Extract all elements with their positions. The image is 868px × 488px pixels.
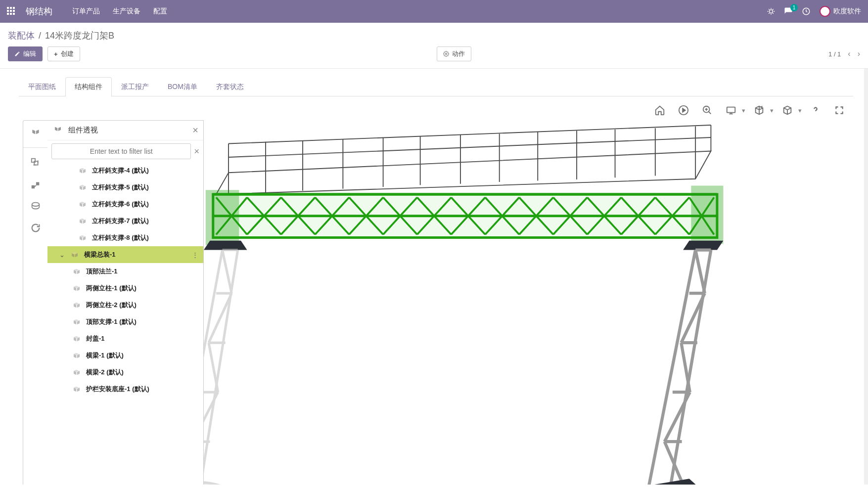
tree-part-node[interactable]: 立杆斜支撑-4 (默认) <box>47 162 203 179</box>
pager-prev[interactable]: ‹ <box>848 49 850 58</box>
tab-bar: 平面图纸 结构组件 派工报产 BOM清单 齐套状态 <box>19 77 853 96</box>
tree-part-node[interactable]: 顶部支撑-1 (默认) <box>47 313 203 330</box>
app-brand: 钢结构 <box>26 5 52 17</box>
node-label: 立杆斜支撑-5 (默认) <box>92 183 149 192</box>
tab-dispatch-report[interactable]: 派工报产 <box>112 77 158 96</box>
viewer-area: 组件透视 × × 立杆斜支撑-4 (默认)立杆斜支撑-5 (默认)立杆斜支撑-6… <box>19 120 853 485</box>
action-dropdown[interactable]: 动作 <box>437 46 471 61</box>
layers-icon[interactable] <box>27 197 45 215</box>
tree-part-node[interactable]: 顶部法兰-1 <box>47 263 203 280</box>
node-label: 立杆斜支撑-8 (默认) <box>92 233 149 242</box>
node-label: 横梁-1 (默认) <box>86 351 124 360</box>
display-mode-icon[interactable] <box>721 100 741 120</box>
panel-title: 组件透视 <box>68 126 187 135</box>
svg-rect-9 <box>36 182 39 185</box>
component-tree-panel: 组件透视 × × 立杆斜支撑-4 (默认)立杆斜支撑-5 (默认)立杆斜支撑-6… <box>47 120 204 485</box>
kebab-icon[interactable]: ⋮ <box>192 251 198 259</box>
top-nav: 钢结构 订单产品 生产设备 配置 1 欧度软件 <box>0 0 868 23</box>
tree-part-node[interactable]: 立杆斜支撑-5 (默认) <box>47 179 203 196</box>
node-label: 两侧立柱-1 (默认) <box>86 284 137 293</box>
expand-toggle-icon[interactable]: ⌄ <box>58 251 65 259</box>
rotate-icon[interactable] <box>27 219 45 237</box>
svg-point-11 <box>204 482 223 485</box>
node-label: 顶部法兰-1 <box>86 267 118 276</box>
zoom-icon[interactable] <box>697 100 717 120</box>
svg-point-0 <box>770 10 773 13</box>
messages-icon[interactable]: 1 <box>784 7 793 16</box>
tree-part-node[interactable]: 两侧立柱-2 (默认) <box>47 297 203 313</box>
pager-next[interactable]: › <box>858 49 860 58</box>
tree-part-node[interactable]: 两侧立柱-1 (默认) <box>47 280 203 297</box>
viewer-toolbar: ▾ ▾ ▾ <box>19 96 853 120</box>
node-label: 横梁-2 (默认) <box>86 368 124 377</box>
menu-production-equipment[interactable]: 生产设备 <box>113 7 140 16</box>
viewer-dock <box>23 120 47 485</box>
chevron-down-icon[interactable]: ▾ <box>770 107 774 114</box>
chevron-down-icon[interactable]: ▾ <box>798 107 802 114</box>
tree-panel-icon[interactable] <box>27 124 45 141</box>
tab-kitting-status[interactable]: 齐套状态 <box>207 77 253 96</box>
box-mode-icon[interactable] <box>777 100 797 120</box>
breadcrumb: 装配体 / 14米跨度龙门架B <box>8 30 114 42</box>
node-label: 顶部支撑-1 (默认) <box>86 317 137 326</box>
node-label: 封盖-1 <box>86 334 105 343</box>
tree-part-node[interactable]: 横梁-1 (默认) <box>47 347 203 364</box>
tree-part-node[interactable]: 封盖-1 <box>47 330 203 347</box>
component-tree[interactable]: 立杆斜支撑-4 (默认)立杆斜支撑-5 (默认)立杆斜支撑-6 (默认)立杆斜支… <box>47 162 203 485</box>
filter-input[interactable] <box>51 143 191 159</box>
play-icon[interactable] <box>674 100 693 120</box>
menu-config[interactable]: 配置 <box>153 7 167 16</box>
svg-rect-8 <box>31 185 34 188</box>
tree-part-node[interactable]: 立杆斜支撑-7 (默认) <box>47 213 203 229</box>
bug-icon[interactable] <box>767 7 775 15</box>
assembly-icon[interactable] <box>27 154 45 172</box>
3d-viewport[interactable] <box>204 120 853 485</box>
top-menu: 订单产品 生产设备 配置 <box>72 7 167 16</box>
help-icon[interactable] <box>806 100 825 120</box>
fullscreen-icon[interactable] <box>829 100 849 120</box>
home-view-icon[interactable] <box>650 100 670 120</box>
menu-order-products[interactable]: 订单产品 <box>72 7 100 16</box>
node-label: 护栏安装底座-1 (默认) <box>86 385 149 394</box>
messages-badge: 1 <box>790 4 798 11</box>
close-icon[interactable]: × <box>192 125 198 136</box>
svg-point-2 <box>446 53 447 55</box>
node-label: 立杆斜支撑-6 (默认) <box>92 200 149 209</box>
breadcrumb-current: 14米跨度龙门架B <box>45 30 114 42</box>
pager-position: 1 / 1 <box>828 50 841 58</box>
user-menu[interactable]: 欧度软件 <box>820 6 861 17</box>
tree-part-node[interactable]: 横梁-2 (默认) <box>47 364 203 381</box>
node-label: 两侧立柱-2 (默认) <box>86 301 137 310</box>
node-label: 横梁总装-1 <box>84 250 116 259</box>
edit-button[interactable]: 编辑 <box>8 46 43 61</box>
chevron-down-icon[interactable]: ▾ <box>742 107 745 114</box>
avatar-icon <box>820 6 830 17</box>
tab-plan-drawing[interactable]: 平面图纸 <box>19 77 65 96</box>
svg-rect-5 <box>727 107 735 113</box>
tree-part-node[interactable]: 护栏安装底座-1 (默认) <box>47 381 203 398</box>
breadcrumb-row: 装配体 / 14米跨度龙门架B <box>0 23 868 42</box>
tree-assembly-node[interactable]: ⌄横梁总装-1⋮ <box>47 246 203 263</box>
clear-filter-icon[interactable]: × <box>194 146 199 157</box>
breadcrumb-root[interactable]: 装配体 <box>8 30 35 42</box>
apps-launcher-icon[interactable] <box>7 7 16 16</box>
tab-bom-list[interactable]: BOM清单 <box>158 77 207 96</box>
create-button[interactable]: +创建 <box>47 46 80 61</box>
box-outgoing-icon[interactable] <box>749 100 769 120</box>
node-label: 立杆斜支撑-4 (默认) <box>92 166 149 175</box>
clock-icon[interactable] <box>802 7 811 16</box>
tree-part-node[interactable]: 立杆斜支撑-6 (默认) <box>47 196 203 213</box>
tree-part-node[interactable]: 立杆斜支撑-8 (默认) <box>47 229 203 246</box>
panel-icon <box>52 125 63 135</box>
node-label: 立杆斜支撑-7 (默认) <box>92 217 149 225</box>
tab-structure-components[interactable]: 结构组件 <box>65 77 112 96</box>
actions-row: 编辑 +创建 动作 1 / 1 ‹ › <box>0 42 868 69</box>
explode-icon[interactable] <box>27 176 45 193</box>
